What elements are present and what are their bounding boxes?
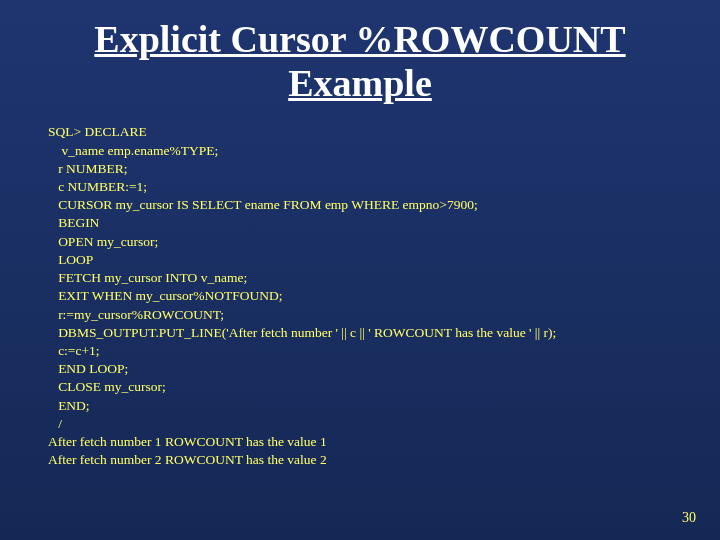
code-example: SQL> DECLARE v_name emp.ename%TYPE; r NU…: [40, 123, 680, 469]
slide: Explicit Cursor %ROWCOUNT Example SQL> D…: [0, 0, 720, 540]
page-number: 30: [682, 510, 696, 526]
slide-title: Explicit Cursor %ROWCOUNT Example: [40, 18, 680, 105]
